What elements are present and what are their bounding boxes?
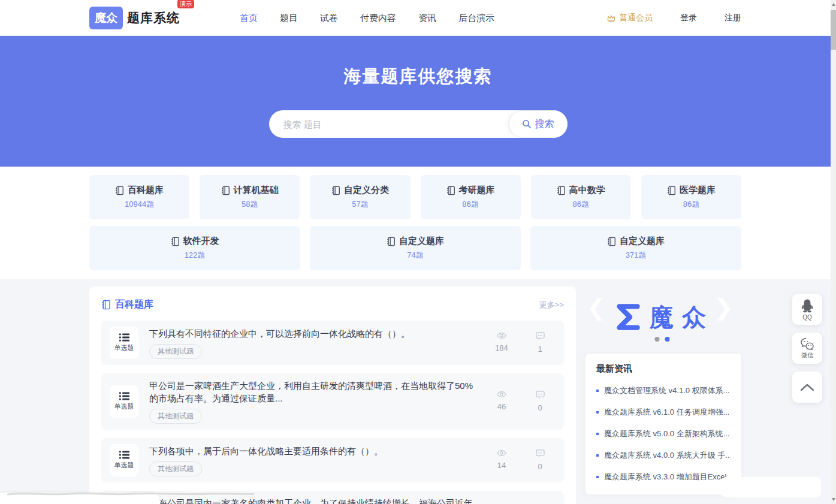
- category-card[interactable]: 医学题库 86题: [641, 175, 741, 219]
- register-link[interactable]: 注册: [725, 13, 741, 23]
- book-icon: [331, 186, 340, 195]
- question-tag[interactable]: 其他测试题: [149, 461, 202, 476]
- book-icon: [221, 186, 230, 195]
- bullet-icon: [596, 433, 599, 435]
- member-label: 普通会员: [619, 13, 653, 23]
- search-button[interactable]: 搜索: [509, 110, 568, 138]
- news-item-text: 魔众题库系统 v6.1.0 任务调度增强...: [604, 407, 729, 418]
- news-item[interactable]: 魔众文档管理系统 v4.1.0 权限体系...: [596, 385, 731, 396]
- nav-item-news[interactable]: 资讯: [418, 13, 436, 24]
- question-type-label: 单选题: [114, 343, 134, 352]
- carousel-prev-icon[interactable]: ❮: [587, 296, 606, 319]
- category-count: 58题: [242, 199, 258, 210]
- category-card[interactable]: 自定义分类 57题: [310, 175, 410, 219]
- mozhong-logo-mark-icon: [612, 301, 644, 333]
- crown-icon: [606, 14, 616, 22]
- mozhong-logo[interactable]: 魔众: [612, 301, 714, 334]
- category-name: 自定义题库: [399, 236, 444, 247]
- question-type-box: 单选题: [110, 385, 138, 418]
- blank-popup-overlay: [721, 477, 821, 497]
- question-row[interactable]: 单选题 福海公司是国内一家著名的肉类加工企业。为了保持业绩持续增长，福海公司近年…: [101, 491, 564, 504]
- nav-item-home[interactable]: 首页: [240, 13, 258, 24]
- wechat-label: 微信: [801, 351, 813, 360]
- more-link[interactable]: 更多>>: [539, 300, 564, 310]
- category-name: 医学题库: [680, 185, 716, 196]
- page-scrollbar: [831, 0, 836, 504]
- question-title: 甲公司是一家啤酒生产大型企业，利用自主研发的清爽型啤酒，在当地取得了50%的市场…: [149, 379, 480, 405]
- news-item[interactable]: 魔众题库系统 v5.0.0 全新架构系统...: [596, 428, 731, 439]
- question-title: 下列各项中，属于后向一体化战略主要适用条件的有（）。: [149, 445, 480, 457]
- category-card[interactable]: 软件开发 122题: [89, 226, 300, 270]
- scrollbar-thumb[interactable]: [831, 10, 836, 50]
- category-grid-row2: 软件开发 122题 自定义题库 74题 自定义题库 371题: [89, 226, 741, 270]
- question-type-box: 单选题: [110, 327, 138, 359]
- top-navbar: 魔众 题库系统 演示 首页 题目 试卷 付费内容 资讯 后台演示 普通会员: [0, 0, 836, 36]
- contact-float-stack: QQ 微信: [792, 294, 822, 403]
- news-item[interactable]: 魔众题库系统 v4.0.0 系统大升级 手...: [596, 450, 731, 461]
- question-title: 下列具有不同特征的企业中，可以选择前向一体化战略的有（）。: [149, 327, 480, 340]
- comments-count: 0: [538, 403, 542, 412]
- nav-item-papers[interactable]: 试卷: [320, 13, 338, 24]
- search-button-label: 搜索: [535, 118, 554, 131]
- qq-contact-button[interactable]: QQ: [792, 294, 822, 325]
- category-card[interactable]: 自定义题库 74题: [310, 226, 521, 270]
- question-row[interactable]: 单选题 下列各项中，属于后向一体化战略主要适用条件的有（）。 其他测试题 14: [101, 438, 564, 482]
- question-type-label: 单选题: [114, 461, 134, 470]
- nav-item-paid-content[interactable]: 付费内容: [360, 13, 396, 24]
- news-item-text: 魔众文档管理系统 v4.1.0 权限体系...: [604, 385, 729, 396]
- carousel-next-icon[interactable]: ❯: [714, 296, 733, 319]
- login-link[interactable]: 登录: [680, 13, 697, 23]
- category-count: 74题: [407, 250, 423, 261]
- category-count: 122题: [185, 250, 206, 261]
- scrollbar-up-arrow[interactable]: [831, 0, 836, 9]
- category-card[interactable]: 高中数学 86题: [531, 175, 631, 219]
- question-row[interactable]: 单选题 甲公司是一家啤酒生产大型企业，利用自主研发的清爽型啤酒，在当地取得了50…: [101, 373, 564, 430]
- book-icon: [171, 237, 180, 246]
- views-icon: [497, 391, 506, 398]
- category-name: 自定义题库: [620, 236, 665, 247]
- book-icon: [387, 237, 396, 246]
- scrollbar-down-arrow[interactable]: [831, 495, 836, 504]
- back-to-top-button[interactable]: [792, 372, 822, 403]
- category-name: 考研题库: [459, 185, 495, 196]
- carousel-dot[interactable]: [655, 337, 660, 342]
- views-count: 184: [495, 343, 508, 352]
- nav-item-admin-demo[interactable]: 后台演示: [458, 13, 494, 24]
- book-icon: [101, 300, 111, 310]
- search-input[interactable]: [269, 119, 509, 129]
- category-card[interactable]: 考研题库 86题: [421, 175, 521, 219]
- news-item-text: 魔众题库系统 v5.0.0 全新架构系统...: [604, 428, 729, 439]
- news-item[interactable]: 魔众题库系统 v6.1.0 任务调度增强...: [596, 407, 731, 418]
- list-icon: [119, 392, 129, 400]
- news-item[interactable]: 魔众题库系统 v3.3.0 增加题目Excel...: [596, 472, 731, 482]
- category-card[interactable]: 百科题库 10944题: [89, 175, 189, 219]
- member-link[interactable]: 普通会员: [606, 13, 653, 23]
- category-count: 10944题: [125, 199, 154, 210]
- main-nav: 首页 题目 试卷 付费内容 资讯 后台演示: [240, 13, 494, 24]
- comments-icon: [536, 449, 545, 458]
- news-item-text: 魔众题库系统 v3.3.0 增加题目Excel...: [604, 472, 731, 482]
- comments-icon: [536, 332, 545, 340]
- brand-logo-mark: 魔众: [89, 7, 123, 29]
- nav-item-questions[interactable]: 题目: [280, 13, 298, 24]
- book-icon: [115, 186, 124, 195]
- category-card[interactable]: 自定义题库 371题: [530, 226, 741, 270]
- book-icon: [446, 186, 455, 195]
- views-icon: [497, 332, 506, 339]
- list-icon: [119, 333, 129, 342]
- category-count: 86题: [573, 199, 589, 210]
- category-card[interactable]: 计算机基础 58题: [200, 175, 300, 219]
- sponsor-carousel: ❮ 魔众 ❯: [585, 291, 741, 343]
- comments-count: 0: [538, 462, 542, 471]
- search-icon: [522, 119, 532, 129]
- section-title: 百科题库: [115, 298, 153, 311]
- wechat-contact-button[interactable]: 微信: [792, 333, 822, 364]
- demo-badge: 演示: [177, 0, 194, 8]
- brand-logo[interactable]: 魔众 题库系统 演示: [89, 7, 180, 29]
- carousel-dot-active[interactable]: [665, 337, 670, 342]
- question-row[interactable]: 单选题 下列具有不同特征的企业中，可以选择前向一体化战略的有（）。 其他测试题 …: [101, 321, 564, 365]
- news-title: 最新资讯: [596, 363, 731, 375]
- category-name: 软件开发: [183, 236, 219, 247]
- question-tag[interactable]: 其他测试题: [149, 344, 202, 359]
- question-tag[interactable]: 其他测试题: [149, 409, 202, 424]
